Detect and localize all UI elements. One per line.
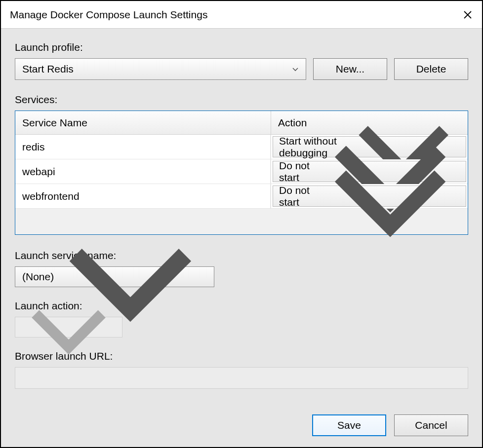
launch-profile-row: Start Redis New... Delete [15, 58, 468, 80]
dialog-title: Manage Docker Compose Launch Settings [10, 9, 207, 21]
cancel-button[interactable]: Cancel [394, 414, 468, 436]
browser-url-input[interactable] [15, 367, 468, 389]
service-name-cell: webapi [15, 159, 271, 184]
launch-action-dropdown [15, 317, 122, 337]
launch-profile-selected: Start Redis [22, 63, 74, 75]
cancel-button-label: Cancel [415, 419, 447, 431]
services-header-name: Service Name [15, 111, 271, 134]
dialog-footer: Save Cancel [15, 405, 468, 436]
browser-url-label: Browser launch URL: [15, 350, 468, 362]
browser-url-block: Browser launch URL: [15, 350, 468, 389]
chevron-down-icon [321, 126, 460, 265]
dialog-body: Launch profile: Start Redis New... Delet… [1, 29, 482, 447]
dialog-window: Manage Docker Compose Launch Settings La… [0, 0, 483, 448]
launch-profile-dropdown[interactable]: Start Redis [15, 58, 306, 80]
save-button[interactable]: Save [312, 414, 386, 436]
save-button-label: Save [337, 419, 361, 431]
service-action-value: Do not start [279, 160, 321, 184]
service-action-value: Do not start [279, 185, 321, 208]
close-icon[interactable] [462, 9, 473, 20]
service-name-cell: redis [15, 135, 271, 159]
launch-action-block: Launch action: [15, 300, 468, 337]
service-action-dropdown[interactable]: Do not start [273, 186, 466, 207]
service-action-cell: Do not start [271, 184, 468, 208]
chevron-down-icon [292, 66, 299, 73]
delete-button-label: Delete [416, 63, 446, 75]
new-button[interactable]: New... [313, 58, 387, 80]
new-button-label: New... [336, 63, 364, 75]
titlebar: Manage Docker Compose Launch Settings [1, 1, 482, 29]
delete-button[interactable]: Delete [394, 58, 468, 80]
launch-profile-label: Launch profile: [15, 41, 468, 53]
